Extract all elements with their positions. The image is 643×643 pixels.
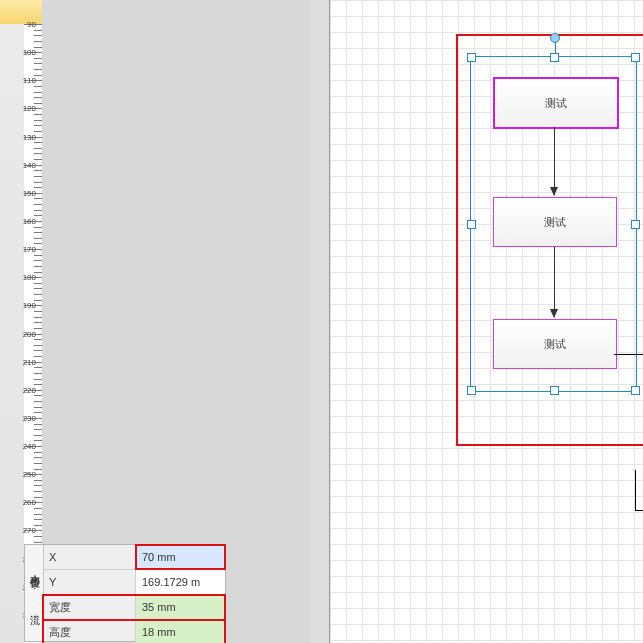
canvas-scroll-area[interactable]: 测试 测试 测试 — [310, 0, 643, 643]
value-x[interactable]: 70 mm — [136, 545, 225, 569]
resize-handle-nw[interactable] — [467, 53, 476, 62]
label-x: X — [43, 545, 136, 569]
connector-1-2[interactable] — [554, 127, 555, 195]
connector-stub[interactable] — [635, 470, 636, 510]
connector-2-3[interactable] — [554, 247, 555, 317]
arrow-icon — [550, 187, 558, 196]
row-width: 宽度 35 mm — [43, 595, 225, 620]
size-and-position-panel: 大小和位置 · 流… X 70 mm Y 169.1729 m 宽度 35 mm… — [24, 544, 226, 642]
label-width: 宽度 — [43, 595, 136, 619]
connector-stub[interactable] — [614, 354, 643, 355]
ruler-shade — [0, 24, 25, 643]
row-y: Y 169.1729 m — [43, 570, 225, 595]
resize-handle-se[interactable] — [631, 386, 640, 395]
flow-process-2-text: 测试 — [544, 215, 566, 230]
flow-process-1[interactable]: 测试 — [493, 77, 619, 129]
label-height: 高度 — [43, 620, 136, 643]
size-and-position-grid: X 70 mm Y 169.1729 m 宽度 35 mm 高度 18 mm — [43, 545, 225, 641]
value-width[interactable]: 35 mm — [136, 595, 225, 619]
rotation-handle[interactable] — [550, 33, 560, 43]
drawing-page[interactable]: 测试 测试 测试 — [330, 0, 643, 643]
value-height[interactable]: 18 mm — [136, 620, 225, 643]
value-y[interactable]: 169.1729 m — [136, 570, 225, 594]
flow-process-3[interactable]: 测试 — [493, 319, 617, 369]
row-height: 高度 18 mm — [43, 620, 225, 643]
resize-handle-e[interactable] — [631, 220, 640, 229]
resize-handle-s[interactable] — [550, 386, 559, 395]
resize-handle-sw[interactable] — [467, 386, 476, 395]
connector-stub[interactable] — [635, 510, 643, 511]
resize-handle-w[interactable] — [467, 220, 476, 229]
resize-handle-n[interactable] — [550, 53, 559, 62]
size-and-position-title: 大小和位置 · 流… — [25, 545, 44, 641]
flow-process-3-text: 测试 — [544, 337, 566, 352]
flow-process-1-text: 测试 — [545, 96, 567, 111]
resize-handle-ne[interactable] — [631, 53, 640, 62]
flow-process-2[interactable]: 测试 — [493, 197, 617, 247]
selection-bounds[interactable]: 测试 测试 测试 — [470, 56, 637, 392]
arrow-icon — [550, 309, 558, 318]
label-y: Y — [43, 570, 136, 594]
row-x: X 70 mm — [43, 545, 225, 570]
